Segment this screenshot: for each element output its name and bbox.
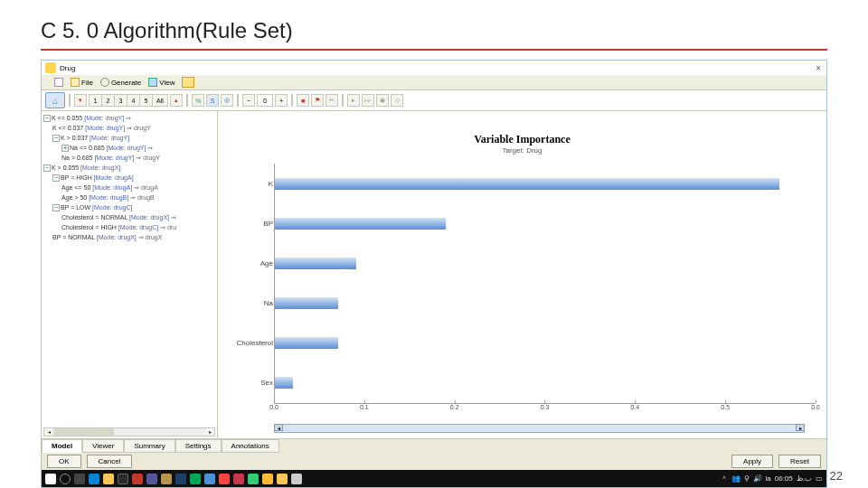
tray-notif-icon[interactable]: ▭ — [816, 474, 823, 483]
tab-viewer[interactable]: Viewer — [82, 439, 124, 453]
tree-row[interactable]: +Na <= 0.685 [Mode: drugY] ⇒ — [43, 143, 215, 153]
app-icon[interactable] — [190, 474, 201, 484]
expand-toggle[interactable]: − — [52, 174, 60, 182]
tree-row[interactable]: −BP = HIGH [Mode: drugA] — [43, 173, 215, 183]
rule-mode: [Mode: drugY] — [84, 115, 124, 121]
bar — [275, 337, 338, 349]
tray-time[interactable]: 06:05 — [775, 474, 793, 483]
tree-row[interactable]: −K > 0.037 [Mode: drugY] — [43, 133, 215, 143]
edge-icon[interactable] — [89, 474, 99, 484]
zoom-dec[interactable]: − — [242, 94, 255, 107]
app-icon[interactable] — [175, 474, 186, 484]
target-icon[interactable]: ◎ — [221, 94, 233, 107]
toolbar: ⌂ ▾ 1 2 3 4 5 All ▴ % S ◎ − 0 + ■ ⚑ ✂ — [42, 90, 826, 111]
app-icon[interactable] — [262, 474, 273, 484]
percent-icon[interactable]: % — [192, 94, 204, 107]
scroll-left-icon[interactable]: ◂ — [44, 428, 53, 436]
bar-label: BP — [230, 220, 273, 228]
tray-lang[interactable]: la — [766, 474, 771, 483]
scroll-right-icon[interactable]: ▸ — [205, 428, 214, 436]
preview-icon[interactable] — [54, 78, 63, 87]
depth-1[interactable]: 1 — [89, 94, 101, 107]
expand-icon[interactable]: ▴ — [170, 94, 183, 107]
rule-text: K <= 0.037 — [52, 125, 85, 131]
explorer-icon[interactable] — [103, 474, 114, 484]
tab-summary[interactable]: Summary — [124, 439, 175, 453]
expand-toggle[interactable]: − — [52, 204, 60, 211]
skip-icon[interactable]: ▹▹ — [362, 94, 374, 107]
reset-button[interactable]: Reset — [778, 455, 821, 468]
cut-icon[interactable]: ✂ — [326, 94, 338, 107]
tab-settings[interactable]: Settings — [175, 439, 222, 453]
app-icon[interactable] — [219, 474, 230, 484]
tab-annotations[interactable]: Annotations — [222, 439, 279, 453]
start-icon[interactable] — [45, 474, 56, 484]
scroll-left-icon[interactable]: ◂ — [274, 424, 283, 431]
loop-icon[interactable]: ◇ — [391, 94, 403, 107]
tray-chevron-icon[interactable]: ＾ — [721, 474, 728, 483]
tree-row[interactable]: −K > 0.055 [Mode: drugX] — [43, 163, 215, 173]
tree-row[interactable]: Cholesterol = HIGH [Mode: drugC] ⇒ dru — [43, 222, 215, 232]
flag-icon[interactable]: ⚑ — [311, 94, 324, 107]
tray-volume-icon[interactable]: 🔊 — [753, 474, 762, 483]
menu-generate[interactable]: Generate — [100, 78, 141, 87]
depth-2[interactable]: 2 — [101, 94, 114, 107]
tree-row[interactable]: Na > 0.685 [Mode: drugY] ⇒ drugY — [43, 153, 215, 163]
rule-outcome: ⇒ drugB — [128, 194, 155, 201]
app-icon[interactable] — [161, 474, 172, 484]
menu-file[interactable]: File — [71, 78, 93, 87]
titlebar: Drug × — [42, 61, 826, 75]
tree-row[interactable]: Age > 50 [Mode: drugB] ⇒ drugB — [43, 192, 215, 202]
app-icon[interactable] — [132, 474, 143, 484]
tab-model[interactable]: Model — [42, 439, 82, 453]
s-icon[interactable]: S — [206, 94, 219, 107]
tree-row[interactable]: −BP = LOW [Mode: drugC] — [43, 202, 215, 212]
chart-icon[interactable] — [182, 77, 194, 88]
tree-row[interactable]: BP = NORMAL [Mode: drugX] ⇒ drugX — [43, 232, 215, 242]
scroll-right-icon[interactable]: ▸ — [796, 424, 805, 431]
tree-row[interactable]: −K <= 0.055 [Mode: drugY] ⇒ — [43, 113, 215, 123]
rule-tree[interactable]: −K <= 0.055 [Mode: drugY] ⇒K <= 0.037 [M… — [42, 111, 218, 438]
bar — [275, 218, 446, 230]
tray-people-icon[interactable]: 👥 — [731, 474, 741, 483]
expand-toggle[interactable]: − — [52, 135, 60, 142]
expand-toggle[interactable]: + — [61, 145, 69, 152]
depth-all[interactable]: All — [152, 94, 168, 107]
app-icon[interactable] — [277, 474, 288, 484]
app-icon[interactable] — [291, 474, 302, 484]
cancel-button[interactable]: Cancel — [87, 455, 133, 468]
x-tick: 0.6 — [811, 404, 820, 410]
chart-hscroll[interactable]: ◂ ▸ — [274, 424, 805, 433]
expand-toggle[interactable]: − — [43, 115, 51, 122]
taskview-icon[interactable] — [74, 474, 85, 484]
close-icon[interactable]: × — [814, 63, 823, 73]
expand-toggle[interactable]: − — [43, 164, 51, 172]
app-icon[interactable] — [248, 474, 259, 484]
depth-5[interactable]: 5 — [139, 94, 152, 107]
rule-mode: [Mode: drugX] — [97, 234, 137, 240]
tree-row[interactable]: Cholesterol = NORMAL [Mode: drugX] ⇒ — [43, 212, 215, 222]
rule-mode: [Mode: drugA] — [92, 184, 132, 191]
rule-mode: [Mode: drugY] — [90, 135, 129, 141]
collapse-icon[interactable]: ▾ — [74, 94, 87, 107]
cortana-icon[interactable] — [60, 474, 71, 484]
record-icon[interactable]: ◉ — [376, 94, 389, 107]
play-icon[interactable]: ▸ — [347, 94, 360, 107]
tree-row[interactable]: Age <= 50 [Mode: drugA] ⇒ drugA — [43, 183, 215, 192]
app-icon[interactable] — [146, 474, 157, 484]
app-icon[interactable] — [204, 474, 215, 484]
tree-hscroll[interactable]: ◂ ▸ — [43, 427, 215, 436]
store-icon[interactable] — [118, 474, 128, 484]
home-icon[interactable]: ⌂ — [45, 92, 65, 108]
menu-view[interactable]: View — [148, 78, 175, 87]
zoom-inc[interactable]: + — [275, 94, 288, 107]
depth-3[interactable]: 3 — [114, 94, 127, 107]
ok-button[interactable]: OK — [47, 455, 81, 468]
tray-wifi-icon[interactable]: ⚲ — [744, 474, 750, 483]
depth-4[interactable]: 4 — [127, 94, 139, 107]
stop-icon[interactable]: ■ — [297, 94, 309, 107]
apply-button[interactable]: Apply — [731, 455, 773, 468]
rule-text: Cholesterol = HIGH — [61, 224, 118, 230]
tree-row[interactable]: K <= 0.037 [Mode: drugY] ⇒ drugY — [43, 123, 215, 133]
app-icon[interactable] — [233, 474, 244, 484]
